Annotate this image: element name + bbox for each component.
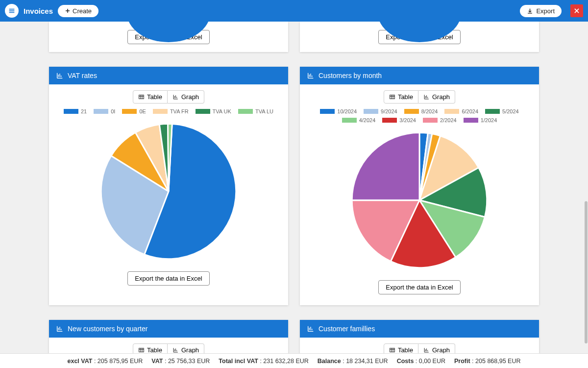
legend-label: 2/2024 (440, 117, 457, 123)
create-button[interactable]: Create (58, 5, 98, 17)
export-excel-button[interactable]: Export the data in Excel (378, 280, 460, 294)
close-icon (573, 7, 580, 14)
card-title: VAT rates (68, 72, 97, 79)
table-toggle[interactable]: Table (384, 343, 418, 353)
legend-item[interactable]: 3/2024 (382, 117, 416, 123)
view-toggle: Table Graph (55, 343, 282, 353)
legend-swatch (94, 109, 108, 114)
app-title: Invoices (24, 7, 53, 15)
menu-button[interactable] (5, 4, 19, 18)
export-excel-button[interactable]: Export the data in Excel (127, 271, 209, 286)
legend-customers-month: 10/20249/20248/20246/20245/20244/20243/2… (306, 108, 533, 123)
chart-icon (423, 94, 430, 100)
chart-icon (172, 347, 179, 353)
legend-item[interactable]: 8/2024 (404, 108, 438, 114)
svg-rect-19 (390, 348, 395, 352)
card-title: Customers by month (318, 72, 382, 79)
chart-icon (307, 72, 315, 79)
legend-label: 1/2024 (481, 117, 497, 123)
table-icon (138, 94, 145, 100)
svg-rect-11 (390, 95, 395, 99)
graph-toggle[interactable]: Graph (418, 343, 455, 353)
vat-pie-chart (98, 120, 240, 263)
legend-item[interactable]: 21 (64, 108, 87, 114)
legend-swatch (404, 109, 419, 114)
legend-item[interactable]: TVA FR (153, 108, 189, 114)
customers-month-pie-chart (348, 129, 490, 271)
legend-swatch (153, 109, 168, 114)
table-icon (389, 94, 395, 100)
svg-rect-7 (139, 95, 144, 99)
pie-slice[interactable] (352, 132, 419, 200)
view-toggle: Table Graph (306, 343, 533, 353)
partial-card-left: Export the data in Excel (49, 22, 288, 52)
card-customers-month: Customers by month Table Graph 10/20249/… (300, 67, 539, 305)
chart-icon (172, 94, 179, 100)
download-icon (527, 8, 533, 14)
legend-item[interactable]: 4/2024 (342, 117, 376, 123)
chart-icon (56, 72, 64, 79)
partial-card-right: Export the data in Excel (300, 22, 539, 52)
legend-vat: 210I0ETVA FRTVA UKTVA LU (55, 108, 282, 114)
export-button[interactable]: Export (520, 5, 562, 17)
legend-item[interactable]: TVA LU (238, 108, 273, 114)
card-header: VAT rates (49, 67, 288, 84)
content-scroll[interactable]: Export the data in Excel Export the data… (0, 22, 588, 353)
legend-label: TVA LU (255, 108, 273, 114)
card-new-customers-quarter: New customers by quarter Table Graph Yea… (49, 320, 288, 353)
legend-item[interactable]: 2/2024 (423, 117, 457, 123)
graph-toggle[interactable]: Graph (418, 90, 455, 104)
plus-icon (65, 8, 71, 14)
table-toggle[interactable]: Table (133, 343, 168, 353)
legend-item[interactable]: 0I (94, 108, 115, 114)
view-toggle: Table Graph (306, 90, 533, 104)
legend-swatch (64, 109, 78, 114)
legend-swatch (444, 109, 459, 114)
table-icon (389, 347, 395, 353)
legend-item[interactable]: 6/2024 (444, 108, 478, 114)
legend-swatch (122, 109, 137, 114)
legend-swatch (320, 109, 335, 114)
svg-rect-15 (139, 348, 144, 352)
legend-swatch (485, 109, 500, 114)
view-toggle: Table Graph (55, 90, 282, 104)
chart-icon (307, 325, 315, 333)
card-header: New customers by quarter (49, 320, 288, 338)
legend-label: 6/2024 (462, 108, 478, 114)
legend-label: 21 (81, 108, 87, 114)
card-header: Customer famillies (300, 320, 539, 338)
close-button[interactable] (570, 4, 583, 17)
graph-toggle[interactable]: Graph (168, 343, 204, 353)
chart-icon (423, 347, 430, 353)
legend-label: 3/2024 (399, 117, 416, 123)
legend-swatch (423, 118, 438, 123)
chart-icon (56, 325, 64, 333)
table-toggle[interactable]: Table (384, 90, 418, 104)
legend-label: TVA UK (213, 108, 231, 114)
legend-label: TVA FR (170, 108, 189, 114)
legend-swatch (464, 118, 478, 123)
legend-label: 0E (139, 108, 146, 114)
legend-item[interactable]: 0E (122, 108, 146, 114)
graph-toggle[interactable]: Graph (168, 90, 204, 104)
table-icon (138, 347, 145, 353)
legend-item[interactable]: 9/2024 (364, 108, 397, 114)
legend-label: 0I (111, 108, 115, 114)
legend-swatch (238, 109, 253, 114)
legend-label: 5/2024 (502, 108, 519, 114)
legend-swatch (364, 109, 378, 114)
legend-label: 4/2024 (359, 117, 376, 123)
scrollbar[interactable] (585, 201, 588, 343)
legend-swatch (196, 109, 210, 114)
table-toggle[interactable]: Table (133, 90, 168, 104)
card-title: Customer famillies (318, 325, 375, 333)
legend-item[interactable]: 5/2024 (485, 108, 519, 114)
legend-label: 9/2024 (381, 108, 397, 114)
card-title: New customers by quarter (68, 325, 147, 333)
legend-item[interactable]: 10/2024 (320, 108, 357, 114)
card-customer-families: Customer famillies Table Graph Code (300, 320, 539, 353)
card-header: Customers by month (300, 67, 539, 84)
legend-item[interactable]: 1/2024 (464, 117, 497, 123)
legend-item[interactable]: TVA UK (196, 108, 231, 114)
footer-totals: excl VAT : 205 875,95 EUR VAT : 25 756,3… (0, 353, 588, 368)
